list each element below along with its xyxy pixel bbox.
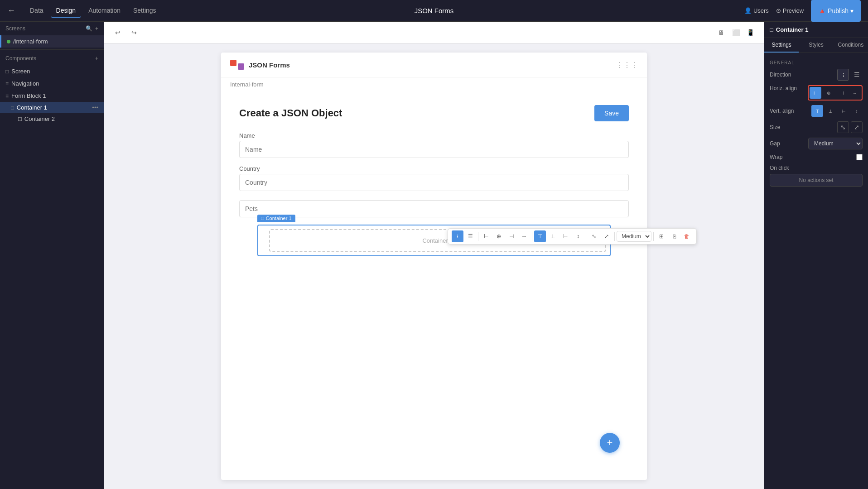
vert-align-mid-btn[interactable]: ⊥ bbox=[825, 105, 836, 117]
ftb-align-left-btn[interactable]: ⊢ bbox=[480, 230, 492, 242]
size-expand-btn[interactable]: ⤡ bbox=[837, 121, 849, 133]
horiz-align-spread-btn[interactable]: ↔ bbox=[849, 87, 861, 99]
horiz-align-buttons: ⊢ ⊕ ⊣ ↔ bbox=[808, 85, 863, 101]
tab-data[interactable]: Data bbox=[24, 4, 49, 18]
country-input[interactable] bbox=[239, 174, 629, 191]
preview-button[interactable]: ⊙ Preview bbox=[776, 7, 804, 14]
name-input[interactable] bbox=[239, 141, 629, 158]
sidebar-item-container2[interactable]: □ Container 2 bbox=[0, 113, 104, 125]
ftb-rows-btn[interactable]: ☰ bbox=[464, 230, 476, 242]
navigation-icon: ≡ bbox=[5, 81, 9, 87]
publish-button[interactable]: 🔺 Publish ▾ bbox=[811, 0, 861, 22]
ftb-align-center-btn[interactable]: ⊕ bbox=[493, 230, 505, 242]
container2-icon: □ bbox=[18, 115, 22, 122]
right-panel-body: GENERAL Direction ⫶ ☰ Horiz. align ⊢ ⊕ ⊣… bbox=[764, 53, 868, 489]
sidebar-item-form-block-label: Form Block 1 bbox=[11, 92, 46, 99]
ftb-sep2 bbox=[532, 232, 532, 241]
ftb-delete-btn[interactable]: 🗑 bbox=[681, 230, 693, 242]
form-window-title: JSON Forms bbox=[249, 61, 290, 69]
vert-align-spread-btn[interactable]: ↕ bbox=[851, 105, 863, 117]
on-click-row: On click No actions set bbox=[770, 165, 863, 187]
users-button[interactable]: 👤 Users bbox=[744, 7, 769, 14]
sidebar-item-form-block[interactable]: ≡ Form Block 1 bbox=[0, 90, 104, 102]
add-component-fab[interactable]: + bbox=[600, 433, 620, 453]
wrap-checkbox[interactable] bbox=[856, 154, 863, 160]
ftb-shrink-btn[interactable]: ⤢ bbox=[601, 230, 612, 242]
tab-styles[interactable]: Styles bbox=[799, 38, 833, 53]
left-sidebar: Screens 🔍 + /internal-form Components + … bbox=[0, 22, 104, 489]
sidebar-item-container1-label: Container 1 bbox=[17, 104, 47, 111]
mobile-view-button[interactable]: 📱 bbox=[744, 26, 757, 39]
ftb-align-right-btn[interactable]: ⊣ bbox=[506, 230, 517, 242]
tablet-view-button[interactable]: ⬜ bbox=[729, 26, 742, 39]
main-layout: Screens 🔍 + /internal-form Components + … bbox=[0, 22, 868, 489]
general-section-label: GENERAL bbox=[770, 60, 863, 65]
vert-align-bot-btn[interactable]: ⊢ bbox=[838, 105, 849, 117]
sidebar-divider bbox=[0, 49, 104, 50]
gap-select[interactable]: Medium Small Large bbox=[808, 138, 863, 149]
window-menu-icon[interactable]: ⋮⋮⋮ bbox=[616, 61, 638, 69]
tab-settings[interactable]: Settings bbox=[128, 4, 162, 18]
pets-field bbox=[239, 200, 629, 217]
active-dot bbox=[7, 40, 10, 43]
undo-button[interactable]: ↩ bbox=[111, 26, 124, 39]
horiz-align-right-btn[interactable]: ⊣ bbox=[836, 87, 848, 99]
ftb-copy-btn[interactable]: ⎘ bbox=[668, 230, 680, 242]
direction-value: ⫶ ☰ bbox=[837, 69, 863, 81]
direction-columns-btn[interactable]: ⫶ bbox=[837, 69, 849, 81]
screens-section-header: Screens 🔍 + bbox=[0, 22, 104, 35]
horiz-align-label: Horiz. align bbox=[770, 85, 797, 91]
users-icon: 👤 bbox=[744, 7, 752, 14]
container1-label-text: Container 1 bbox=[266, 216, 292, 221]
container1-more-icon[interactable]: ••• bbox=[92, 104, 98, 111]
sidebar-item-container1[interactable]: □ Container 1 ••• bbox=[0, 102, 104, 113]
add-screen-icon[interactable]: + bbox=[95, 25, 98, 32]
ftb-gap-select[interactable]: Medium Small Large bbox=[617, 231, 651, 242]
sidebar-item-navigation[interactable]: ≡ Navigation bbox=[0, 77, 104, 90]
search-icon[interactable]: 🔍 bbox=[86, 25, 92, 32]
desktop-view-button[interactable]: 🖥 bbox=[715, 26, 728, 39]
size-label: Size bbox=[770, 124, 780, 130]
sidebar-item-screen[interactable]: □ Screen bbox=[0, 65, 104, 77]
ftb-vert-spread-btn[interactable]: ↕ bbox=[572, 230, 584, 242]
form-title-row: Create a JSON Object Save bbox=[239, 105, 629, 121]
right-panel: □ Container 1 Settings Styles Conditions… bbox=[764, 22, 868, 489]
screen-icon: □ bbox=[5, 68, 9, 75]
ftb-vert-bot-btn[interactable]: ⊢ bbox=[559, 230, 571, 242]
app-logo bbox=[230, 60, 244, 70]
form-window-header: JSON Forms ⋮⋮⋮ bbox=[221, 53, 647, 77]
size-shrink-btn[interactable]: ⤢ bbox=[851, 121, 863, 133]
vert-align-label: Vert. align bbox=[770, 108, 794, 114]
form-window: JSON Forms ⋮⋮⋮ Internal-form Create a JS… bbox=[221, 53, 647, 480]
vert-align-row: Vert. align ⊤ ⊥ ⊢ ↕ bbox=[770, 105, 863, 117]
container1-left-space bbox=[262, 229, 265, 252]
no-actions-button[interactable]: No actions set bbox=[770, 174, 863, 187]
screen-item-internal-form[interactable]: /internal-form bbox=[0, 35, 104, 48]
ftb-grid-btn[interactable]: ⊞ bbox=[656, 230, 667, 242]
view-buttons: 🖥 ⬜ 📱 bbox=[715, 26, 757, 39]
tab-design[interactable]: Design bbox=[51, 4, 82, 18]
publish-label: Publish bbox=[828, 7, 849, 14]
ftb-vert-mid-btn[interactable]: ⊥ bbox=[547, 230, 559, 242]
save-button[interactable]: Save bbox=[594, 105, 629, 121]
vert-align-buttons: ⊤ ⊥ ⊢ ↕ bbox=[811, 105, 863, 117]
ftb-expand-btn[interactable]: ⤡ bbox=[588, 230, 600, 242]
panel-title-text: Container 1 bbox=[776, 26, 809, 33]
horiz-align-left-btn[interactable]: ⊢ bbox=[810, 87, 821, 99]
right-panel-tabs: Settings Styles Conditions bbox=[764, 38, 868, 53]
vert-align-top-btn[interactable]: ⊤ bbox=[811, 105, 823, 117]
tab-automation[interactable]: Automation bbox=[83, 4, 126, 18]
horiz-align-center-btn[interactable]: ⊕ bbox=[823, 87, 834, 99]
tab-settings[interactable]: Settings bbox=[764, 38, 799, 53]
add-component-icon[interactable]: + bbox=[95, 55, 98, 62]
country-label: Country bbox=[239, 165, 629, 172]
ftb-vert-top-btn[interactable]: ⊤ bbox=[534, 230, 546, 242]
publish-chevron: ▾ bbox=[850, 7, 854, 14]
redo-button[interactable]: ↪ bbox=[128, 26, 140, 39]
ftb-align-spread-btn[interactable]: ↔ bbox=[518, 230, 530, 242]
direction-rows-btn[interactable]: ☰ bbox=[851, 69, 863, 81]
pets-input[interactable] bbox=[239, 200, 629, 217]
back-button[interactable]: ← bbox=[7, 6, 15, 15]
tab-conditions[interactable]: Conditions bbox=[834, 38, 868, 53]
ftb-columns-btn[interactable]: ⫶ bbox=[452, 230, 463, 242]
